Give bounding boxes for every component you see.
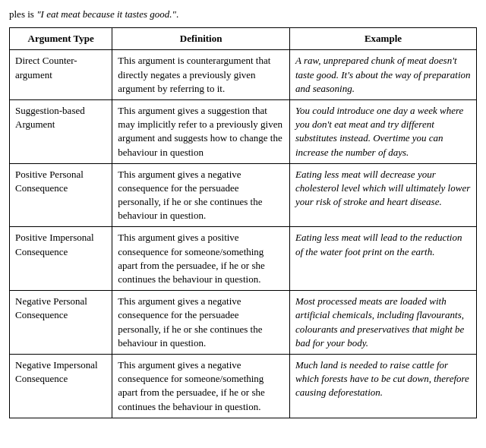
header-type: Argument Type xyxy=(10,28,112,50)
cell-example: A raw, unprepared chunk of meat doesn't … xyxy=(289,50,476,100)
cell-definition: This argument gives a suggestion that ma… xyxy=(112,99,290,163)
table-row: Positive Impersonal ConsequenceThis argu… xyxy=(10,227,477,291)
cell-type: Positive Personal Consequence xyxy=(10,163,112,227)
cell-definition: This argument gives a negative consequen… xyxy=(112,354,290,418)
cell-example: You could introduce one day a week where… xyxy=(289,99,476,163)
argument-table: Argument Type Definition Example Direct … xyxy=(9,27,477,418)
cell-type: Suggestion-based Argument xyxy=(10,99,112,163)
cell-definition: This argument is counterargument that di… xyxy=(112,50,290,100)
cell-type: Direct Counter-argument xyxy=(10,50,112,100)
cell-example: Eating less meat will decrease your chol… xyxy=(289,163,476,227)
cell-definition: This argument gives a negative consequen… xyxy=(112,163,290,227)
intro-paragraph: ples is "I eat meat because it tastes go… xyxy=(9,8,477,21)
cell-type: Negative Impersonal Consequence xyxy=(10,354,112,418)
cell-definition: This argument gives a positive consequen… xyxy=(112,227,290,291)
intro-example: "I eat meat because it tastes good." xyxy=(36,8,176,20)
cell-example: Much land is needed to raise cattle for … xyxy=(289,354,476,418)
table-row: Direct Counter-argumentThis argument is … xyxy=(10,50,477,100)
table-row: Negative Impersonal ConsequenceThis argu… xyxy=(10,354,477,418)
table-row: Suggestion-based ArgumentThis argument g… xyxy=(10,99,477,163)
cell-example: Most processed meats are loaded with art… xyxy=(289,291,476,355)
header-definition: Definition xyxy=(112,28,290,50)
cell-type: Negative Personal Consequence xyxy=(10,291,112,355)
cell-example: Eating less meat will lead to the reduct… xyxy=(289,227,476,291)
table-row: Positive Personal ConsequenceThis argume… xyxy=(10,163,477,227)
cell-type: Positive Impersonal Consequence xyxy=(10,227,112,291)
table-header-row: Argument Type Definition Example xyxy=(10,28,477,50)
table-row: Negative Personal ConsequenceThis argume… xyxy=(10,291,477,355)
cell-definition: This argument gives a negative consequen… xyxy=(112,291,290,355)
header-example: Example xyxy=(289,28,476,50)
